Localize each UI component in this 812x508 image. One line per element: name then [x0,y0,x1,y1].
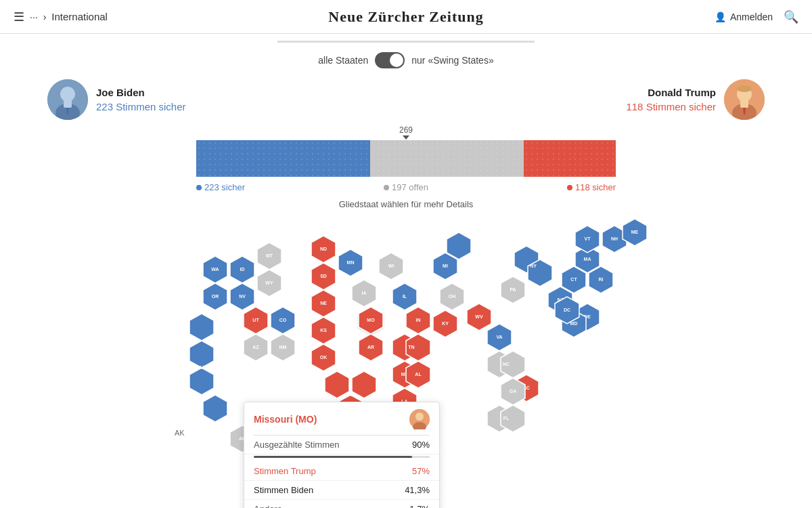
state-il[interactable] [392,283,417,310]
hex-bar-red [524,140,616,177]
state-ca-2[interactable] [189,341,214,368]
user-icon: 👤 [715,12,726,22]
popup-biden-value: 41,3% [405,485,430,495]
toggle-left-label: alle Staaten [318,55,368,66]
header: ☰ ··· › International Neue Zürcher Zeitu… [0,0,812,34]
state-mt[interactable] [257,242,281,270]
more-icon[interactable]: ··· [30,12,38,22]
breadcrumb[interactable]: International [51,11,108,22]
state-wi[interactable] [379,253,403,280]
header-left: ☰ ··· › International [14,9,108,24]
state-tx-3[interactable] [352,371,376,398]
biden-votes: 223 Stimmen sicher [96,100,186,114]
svg-rect-8 [740,100,748,108]
popup-andere-label: Andere [254,504,282,508]
popup-ausgezaehlt-value: 90% [412,440,430,450]
chevron-icon: › [43,12,47,22]
state-ne[interactable] [311,290,336,317]
state-ca-3[interactable] [189,368,214,395]
vote-count-gray: 197 offen [384,182,428,192]
vote-count-gray-label: 197 offen [392,182,428,192]
toggle-right-label: nur «Swing States» [411,55,493,66]
vote-marker-row: 269 [41,125,771,139]
state-nm[interactable] [271,334,295,361]
svg-point-10 [737,85,752,92]
popup-trump-value: 57% [412,466,430,476]
candidate-biden: Joe Biden 223 Stimmen sicher [47,79,186,120]
login-label: Anmelden [730,12,773,22]
state-ia[interactable] [352,280,376,307]
candidate-trump: Donald Trump 118 Stimmen sicher [626,79,765,120]
trump-votes: 118 Stimmen sicher [626,100,716,114]
state-co[interactable] [271,307,295,334]
top-progress-bar [277,41,535,43]
state-ar[interactable] [359,334,383,361]
state-oh[interactable] [440,283,464,310]
ak-label: AK [175,429,185,437]
state-nd[interactable] [311,236,336,263]
toggle-row: alle Staaten nur «Swing States» [41,52,771,68]
trump-info: Donald Trump 118 Stimmen sicher [626,85,716,114]
state-ok[interactable] [311,344,336,371]
state-popup: Missouri (MO) Ausgezählte Stimmen 90% [244,402,440,508]
dot-gray [384,185,389,190]
state-wv[interactable] [467,303,491,331]
map-area[interactable]: .hex { stroke: #fff; stroke-width: 1.5; … [41,219,771,508]
state-tx-1[interactable] [325,371,349,398]
hex-bar [196,140,616,177]
logo[interactable]: Neue Zürcher Zeitung [328,8,483,25]
state-wy[interactable] [257,270,281,297]
popup-andere-row: Andere 1,7% [244,500,439,508]
svg-rect-3 [64,100,72,108]
state-wa[interactable] [203,256,227,283]
biden-name: Joe Biden [96,85,186,100]
popup-avatar [409,409,430,429]
vote-count-red-label: 118 sicher [575,182,616,192]
dot-blue [196,185,202,190]
state-va[interactable] [487,324,512,351]
state-az[interactable] [244,334,268,361]
login-button[interactable]: 👤 Anmelden [715,12,773,22]
state-pa[interactable] [501,276,525,303]
hex-bar-gray [370,140,524,177]
vote-counts-row: 223 sicher 197 offen 118 sicher [196,182,616,192]
popup-trump-row: Stimmen Trump 57% [244,462,439,481]
instructions: Gliedstaat wählen für mehr Details [41,199,771,209]
state-in[interactable] [406,307,430,334]
main-content: alle Staaten nur «Swing States» Joe Bide… [0,34,812,508]
popup-progress-fill [254,456,412,458]
search-button[interactable]: 🔍 [784,9,798,24]
popup-andere-value: 1,7% [409,504,430,508]
toggle-knob [390,54,403,67]
hamburger-icon[interactable]: ☰ [14,9,24,24]
popup-trump-label: Stimmen Trump [254,466,316,476]
svg-point-63 [415,412,424,421]
svg-point-1 [60,87,75,102]
header-right: 👤 Anmelden 🔍 [715,9,798,24]
state-mo[interactable] [359,307,383,334]
state-ca-4[interactable] [203,395,227,422]
toggle-switch[interactable] [375,52,405,68]
vote-marker: 269 [399,125,413,140]
state-nv[interactable] [230,283,254,310]
candidates-row: Joe Biden 223 Stimmen sicher Donald Trum [41,79,771,120]
state-ky[interactable] [433,310,457,337]
state-sd[interactable] [311,263,336,290]
state-vt[interactable] [575,226,600,253]
logo-area: Neue Zürcher Zeitung [328,8,483,26]
state-ca-1[interactable] [189,314,214,341]
popup-header: Missouri (MO) [244,402,439,435]
biden-info: Joe Biden 223 Stimmen sicher [96,85,186,114]
state-mn[interactable] [338,249,363,276]
trump-avatar [724,79,765,120]
popup-ausgezaehlt-row: Ausgezählte Stimmen 90% [244,436,439,454]
state-id[interactable] [230,256,254,283]
hex-bar-blue [196,140,370,177]
state-or[interactable] [203,283,227,310]
state-ut[interactable] [244,307,268,334]
popup-state-name: Missouri (MO) [254,414,317,425]
popup-ausgezaehlt-label: Ausgezählte Stimmen [254,440,339,450]
popup-biden-label: Stimmen Biden [254,485,313,495]
vote-marker-value: 269 [399,125,413,135]
state-ks[interactable] [311,317,336,344]
